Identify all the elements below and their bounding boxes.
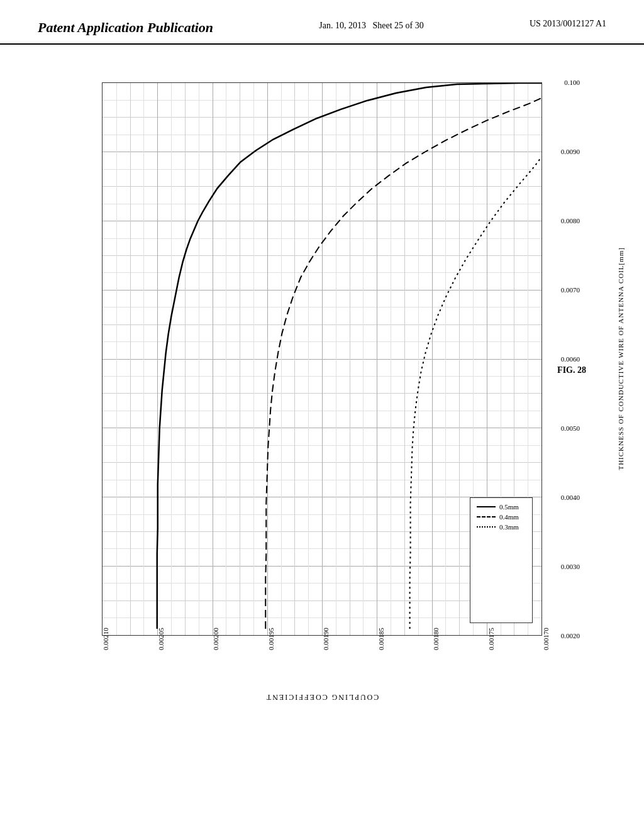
y-tick-100: 0.100 [564, 79, 580, 86]
x-tick-00175: 0.00175 [487, 628, 495, 650]
x-tick-00170: 0.00170 [542, 628, 550, 650]
x-tick-00195: 0.00195 [267, 628, 275, 650]
y-tick-0070: 0.0070 [561, 286, 580, 294]
y-axis-title: THICKNESS OF CONDUCTIVE WIRE OF ANTENNA … [605, 82, 636, 636]
x-axis-title: COUPLING COEFFICIENT [102, 692, 542, 702]
patent-number: US 2013/0012127 A1 [530, 19, 606, 29]
y-tick-0040: 0.0040 [561, 494, 580, 501]
legend-box: 0.5mm 0.4mm 0.3mm [470, 497, 533, 623]
x-tick-00190: 0.00190 [322, 628, 330, 650]
y-axis-labels: 0.0020 0.0030 0.0040 0.0050 0.0060 0.007… [542, 82, 580, 636]
y-tick-0020: 0.0020 [561, 632, 580, 639]
x-tick-00185: 0.00185 [377, 628, 385, 650]
header-date-sheet: Jan. 10, 2013 Sheet 25 of 30 [319, 19, 423, 33]
chart-container: 0.0020 0.0030 0.0040 0.0050 0.0060 0.007… [45, 70, 599, 761]
x-tick-00200: 0.00200 [212, 628, 219, 650]
x-axis-labels: 0.00210 0.00205 0.00200 0.00195 0.00190 … [102, 639, 542, 677]
legend-item-05mm: 0.5mm [477, 503, 526, 511]
pub-date: Jan. 10, 2013 [319, 21, 366, 30]
page-header: Patent Application Publication Jan. 10, … [0, 0, 644, 45]
sheet-info: Sheet 25 of 30 [372, 21, 423, 30]
x-tick-00205: 0.00205 [157, 628, 165, 650]
legend-item-03mm: 0.3mm [477, 523, 526, 531]
y-tick-0030: 0.0030 [561, 563, 580, 570]
y-tick-0050: 0.0050 [561, 424, 580, 432]
legend-item-04mm: 0.4mm [477, 513, 526, 521]
y-tick-0080: 0.0080 [561, 217, 580, 224]
y-tick-0090: 0.0090 [561, 148, 580, 155]
x-tick-00210: 0.00210 [102, 628, 109, 650]
x-tick-00180: 0.00180 [432, 628, 440, 650]
y-tick-0060: 0.0060 [561, 355, 580, 363]
publication-title: Patent Application Publication [38, 19, 213, 37]
figure-label: FIG. 28 [557, 365, 586, 375]
